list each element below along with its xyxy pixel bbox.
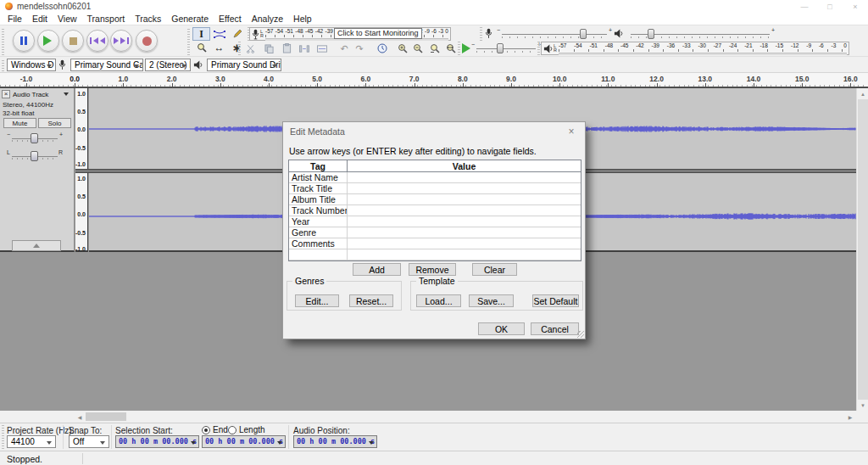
copy-button[interactable] — [263, 42, 275, 54]
skip-to-start-button[interactable] — [86, 30, 108, 52]
playback-volume-thumb[interactable] — [648, 29, 654, 39]
set-default-button[interactable]: Set Default — [532, 294, 579, 307]
selection-start-field[interactable]: 00 h 00 m 00.000 s — [115, 435, 199, 448]
gain-thumb[interactable] — [31, 133, 38, 143]
scroll-up-arrow[interactable]: ▲ — [857, 88, 868, 99]
transport-toolbar-grip[interactable] — [2, 27, 4, 55]
metadata-value-cell[interactable] — [348, 238, 581, 249]
metadata-tag-cell[interactable]: Album Title — [289, 194, 348, 204]
selection-end-field[interactable]: 00 h 00 m 00.000 s — [202, 435, 286, 448]
metadata-value-cell[interactable] — [348, 205, 581, 216]
clear-button[interactable]: Clear — [472, 263, 517, 276]
metadata-value-cell[interactable] — [348, 216, 581, 227]
zoom-in-button[interactable] — [397, 42, 409, 54]
project-rate-select[interactable]: 44100 — [7, 435, 56, 448]
track-close-button[interactable]: × — [2, 90, 10, 98]
playback-speed-slider[interactable]: −+ — [476, 42, 536, 55]
pan-slider[interactable]: L R — [7, 150, 63, 162]
metadata-value-cell[interactable] — [348, 249, 581, 260]
metadata-tag-cell[interactable]: Track Title — [289, 183, 348, 193]
tools-toolbar-grip[interactable] — [187, 27, 190, 55]
remove-button[interactable]: Remove — [409, 263, 456, 276]
metadata-value-cell[interactable] — [348, 194, 581, 204]
maximize-button[interactable]: □ — [817, 0, 843, 13]
genres-edit-button[interactable]: Edit... — [295, 294, 339, 307]
recording-volume-thumb[interactable] — [580, 29, 587, 39]
menu-view[interactable]: View — [53, 13, 82, 25]
envelope-tool-button[interactable] — [210, 27, 228, 41]
transcription-toolbar-grip[interactable] — [458, 42, 460, 55]
selection-toolbar-grip[interactable] — [2, 425, 4, 449]
close-button[interactable]: × — [843, 0, 868, 13]
fit-project-button[interactable] — [445, 42, 457, 54]
record-button[interactable] — [136, 30, 158, 52]
skip-to-end-button[interactable] — [110, 30, 132, 52]
genres-reset-button[interactable]: Reset... — [349, 294, 393, 307]
recording-channels-select[interactable]: 2 (Stereo) Re — [145, 59, 191, 71]
scroll-down-arrow[interactable]: ▼ — [857, 400, 868, 411]
dialog-close-button[interactable]: × — [558, 122, 585, 141]
playback-meter-grip[interactable] — [537, 42, 540, 55]
undo-button[interactable]: ↶ — [338, 42, 350, 54]
multi-tool-button[interactable]: ∗ — [228, 41, 246, 54]
length-radio[interactable]: Length — [228, 425, 265, 434]
recording-volume-slider[interactable]: −+ — [502, 27, 607, 41]
paste-button[interactable] — [281, 42, 292, 54]
menu-effect[interactable]: Effect — [214, 13, 247, 25]
mute-button[interactable]: Mute — [3, 118, 36, 128]
metadata-tag-cell[interactable]: Artist Name — [289, 172, 348, 182]
track-title-menu[interactable]: Audio Track — [13, 90, 72, 98]
pan-thumb[interactable] — [31, 151, 38, 161]
zoom-out-button[interactable] — [412, 42, 424, 54]
zoom-tool-button[interactable] — [192, 41, 210, 54]
menu-help[interactable]: Help — [288, 13, 317, 25]
snap-to-select[interactable]: Off — [69, 435, 109, 448]
vertical-scroll-thumb[interactable] — [858, 99, 868, 400]
gain-slider[interactable]: − + — [7, 132, 63, 144]
menu-analyze[interactable]: Analyze — [247, 13, 288, 25]
fit-selection-button[interactable] — [429, 42, 441, 54]
edit-toolbar-grip[interactable] — [238, 42, 241, 55]
metadata-tag-cell[interactable]: Comments — [289, 238, 348, 249]
device-toolbar-grip[interactable] — [2, 59, 4, 71]
menu-transport[interactable]: Transport — [82, 13, 131, 25]
metadata-tag-cell[interactable]: Year — [289, 216, 348, 227]
horizontal-scrollbar[interactable]: ◀ ▶ — [0, 411, 868, 423]
metadata-value-cell[interactable] — [348, 183, 581, 193]
time-shift-tool-button[interactable]: ↔ — [210, 41, 228, 54]
menu-file[interactable]: File — [3, 13, 27, 25]
play-button[interactable] — [37, 30, 59, 52]
ok-button[interactable]: OK — [478, 322, 525, 335]
metadata-tag-cell[interactable]: Genre — [289, 227, 348, 238]
dialog-title-bar[interactable]: Edit Metadata × — [283, 122, 585, 141]
metadata-value-cell[interactable] — [348, 172, 581, 182]
metadata-tag-cell[interactable] — [289, 249, 348, 260]
template-save-button[interactable]: Save... — [469, 294, 514, 307]
playback-meter[interactable]: LR -57-54-51-48-45-42-39-36-33-30-27-24-… — [541, 42, 849, 55]
metadata-value-cell[interactable] — [348, 227, 581, 238]
track-collapse-button[interactable] — [12, 240, 61, 251]
template-load-button[interactable]: Load... — [416, 294, 461, 307]
playback-device-select[interactable]: Primary Sound Drive — [207, 59, 281, 71]
scroll-right-arrow[interactable]: ▶ — [845, 411, 855, 423]
minimize-button[interactable]: — — [792, 0, 817, 13]
dialog-resize-grip[interactable] — [577, 331, 584, 338]
menu-generate[interactable]: Generate — [166, 13, 214, 25]
menu-tracks[interactable]: Tracks — [130, 13, 166, 25]
cut-button[interactable] — [244, 42, 256, 54]
playback-speed-thumb[interactable] — [497, 43, 504, 53]
mixer-toolbar-grip[interactable] — [480, 27, 482, 41]
cancel-button[interactable]: Cancel — [531, 322, 579, 335]
playback-volume-slider[interactable]: + — [631, 27, 770, 41]
pause-button[interactable] — [13, 30, 35, 52]
solo-button[interactable]: Solo — [38, 118, 71, 128]
selection-tool-button[interactable]: I — [192, 27, 210, 41]
vertical-scrollbar[interactable]: ▲ ▼ — [856, 88, 868, 411]
recording-device-select[interactable]: Primary Sound Capt — [70, 59, 143, 71]
menu-edit[interactable]: Edit — [27, 13, 53, 25]
horizontal-scroll-thumb[interactable] — [86, 412, 126, 421]
sync-lock-tracks-button[interactable] — [376, 42, 388, 54]
stop-button[interactable] — [62, 30, 84, 52]
trim-audio-button[interactable] — [298, 42, 310, 54]
redo-button[interactable]: ↷ — [353, 42, 365, 54]
